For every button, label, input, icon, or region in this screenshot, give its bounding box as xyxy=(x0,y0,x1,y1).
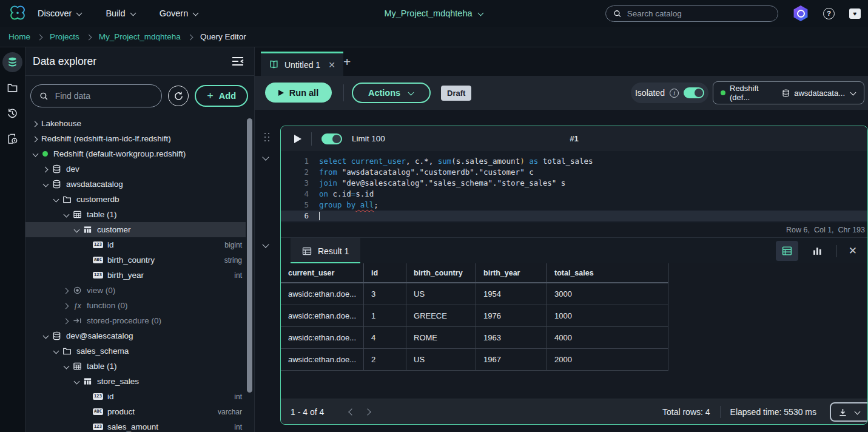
tree-item[interactable]: customer xyxy=(25,222,246,237)
download-results-button[interactable] xyxy=(830,402,868,422)
find-data-search[interactable] xyxy=(30,84,162,107)
table-cell[interactable]: 1000 xyxy=(547,305,668,326)
search-input[interactable] xyxy=(627,9,770,18)
connection-selector[interactable]: Redshift (def... awsdatacata... xyxy=(713,81,864,104)
tree-item[interactable]: ABCbirth_countrystring xyxy=(25,252,246,268)
tab-result-1[interactable]: Result 1 xyxy=(291,238,360,264)
tree-item[interactable]: awsdatacatalog xyxy=(25,177,246,192)
tree-item[interactable]: table (1) xyxy=(25,359,246,374)
tree-chevron-icon[interactable] xyxy=(42,332,52,340)
tree-chevron-icon[interactable] xyxy=(62,211,72,218)
nav-menu-build[interactable]: Build xyxy=(106,8,136,18)
table-cell[interactable]: 4 xyxy=(364,326,406,348)
cell-drag-handle[interactable] xyxy=(264,132,272,144)
breadcrumb-home[interactable]: Home xyxy=(8,32,30,41)
tree-item[interactable]: Redshift (default-workgroup.redshift) xyxy=(25,146,246,161)
scheduled-queries-rail-button[interactable] xyxy=(2,129,22,149)
table-view-button[interactable] xyxy=(776,241,798,261)
table-cell[interactable]: 1 xyxy=(364,305,406,326)
table-row[interactable]: awsidc:ethan.doe...3US19543000 xyxy=(281,283,668,305)
tree-chevron-icon[interactable] xyxy=(42,181,52,188)
tree-chevron-icon[interactable] xyxy=(62,302,72,309)
table-cell[interactable]: GREECE xyxy=(406,305,476,326)
table-cell[interactable]: 1967 xyxy=(476,348,547,370)
tree-item[interactable]: 123idint xyxy=(25,389,246,404)
tree-chevron-icon[interactable] xyxy=(62,317,72,325)
tree-chevron-icon[interactable] xyxy=(73,226,82,234)
catalog-search[interactable] xyxy=(605,5,778,22)
tree-item[interactable]: stored-procedure (0) xyxy=(25,313,246,328)
tree-chevron-icon[interactable] xyxy=(73,378,82,385)
tree-item[interactable]: dev xyxy=(25,161,246,177)
prev-page-button[interactable] xyxy=(347,408,355,416)
sql-editor[interactable]: 1select current_user, c.*, sum(s.sales_a… xyxy=(281,151,867,223)
table-cell[interactable]: awsidc:ethan.doe... xyxy=(281,283,364,305)
nav-menu-discover[interactable]: Discover xyxy=(38,8,82,18)
collapse-panel-icon[interactable] xyxy=(231,56,244,67)
close-result-icon[interactable]: ✕ xyxy=(845,245,861,257)
collapse-result-chevron[interactable] xyxy=(261,240,271,250)
project-selector[interactable]: My_Project_mdqhteha xyxy=(384,8,483,18)
table-cell[interactable]: 3 xyxy=(364,283,406,305)
column-header[interactable]: birth_country xyxy=(406,263,476,283)
run-all-button[interactable]: Run all xyxy=(265,83,332,103)
table-cell[interactable]: awsidc:ethan.doe... xyxy=(281,326,364,348)
table-cell[interactable]: 1963 xyxy=(476,326,547,348)
tree-item[interactable]: dev@salescatalog xyxy=(25,328,246,343)
tree-item[interactable]: Lakehouse xyxy=(25,116,246,131)
tree-item[interactable]: table (1) xyxy=(25,207,246,222)
feedback-icon[interactable]: ♥ xyxy=(849,8,861,19)
tree-item[interactable]: view (0) xyxy=(25,283,246,298)
limit-toggle[interactable] xyxy=(321,133,342,144)
table-cell[interactable]: awsidc:ethan.doe... xyxy=(281,305,364,326)
column-header[interactable]: current_user xyxy=(281,263,364,283)
column-header[interactable]: id xyxy=(364,263,406,283)
run-cell-button[interactable] xyxy=(294,135,301,143)
tree-chevron-icon[interactable] xyxy=(62,287,72,294)
tree-item[interactable]: 123birth_yearint xyxy=(25,268,246,283)
table-cell[interactable]: 2000 xyxy=(547,348,668,370)
explorer-scrollbar[interactable] xyxy=(247,118,252,393)
tree-chevron-icon[interactable] xyxy=(32,135,41,143)
table-cell[interactable]: 3000 xyxy=(547,283,668,305)
table-cell[interactable]: US xyxy=(406,348,476,370)
add-data-button[interactable]: +Add xyxy=(195,85,248,107)
table-row[interactable]: awsidc:ethan.doe...1GREECE19761000 xyxy=(281,305,668,326)
table-cell[interactable]: 2 xyxy=(364,348,406,370)
chart-view-button[interactable] xyxy=(806,241,829,261)
tree-item[interactable]: ABCproductvarchar xyxy=(25,404,246,419)
tree-chevron-icon[interactable] xyxy=(52,348,62,355)
help-icon[interactable]: ? xyxy=(823,8,835,19)
tree-item[interactable]: Redshift (redshift-iam-idc-lf.redshift) xyxy=(25,131,246,146)
table-row[interactable]: awsidc:ethan.doe...4ROME19634000 xyxy=(281,326,668,348)
query-history-rail-button[interactable] xyxy=(2,103,22,123)
isolated-toggle[interactable] xyxy=(684,87,704,98)
collapse-code-chevron[interactable] xyxy=(261,153,271,163)
table-cell[interactable]: 4000 xyxy=(547,326,668,348)
actions-button[interactable]: Actions xyxy=(352,83,431,103)
project-files-rail-button[interactable] xyxy=(2,78,22,98)
tree-chevron-icon[interactable] xyxy=(62,363,72,370)
next-page-button[interactable] xyxy=(364,408,372,416)
tree-item[interactable]: customerdb xyxy=(25,192,246,207)
breadcrumb-projects[interactable]: Projects xyxy=(50,32,79,41)
tree-item[interactable]: 123idbigint xyxy=(25,237,246,252)
tab-untitled-1[interactable]: Untitled 1 ✕ xyxy=(261,52,343,76)
tree-chevron-icon[interactable] xyxy=(32,150,41,158)
tree-item[interactable]: sales_schema xyxy=(25,343,246,359)
table-row[interactable]: awsidc:ethan.doe...2US19672000 xyxy=(281,348,668,370)
nav-menu-govern[interactable]: Govern xyxy=(160,8,200,18)
tree-item[interactable]: 123sales_amountint xyxy=(25,419,246,432)
tree-chevron-icon[interactable] xyxy=(32,120,41,127)
app-logo-icon[interactable] xyxy=(8,4,27,22)
new-tab-button[interactable]: + xyxy=(343,55,351,69)
tree-chevron-icon[interactable] xyxy=(42,166,52,173)
tree-item[interactable]: store_sales xyxy=(25,374,246,389)
tree-chevron-icon[interactable] xyxy=(52,196,62,203)
data-explorer-rail-button[interactable] xyxy=(2,52,22,72)
column-header[interactable]: birth_year xyxy=(476,263,547,283)
refresh-button[interactable] xyxy=(168,86,189,106)
table-cell[interactable]: 1976 xyxy=(476,305,547,326)
table-cell[interactable]: 1954 xyxy=(476,283,547,305)
table-cell[interactable]: awsidc:ethan.doe... xyxy=(281,348,364,370)
